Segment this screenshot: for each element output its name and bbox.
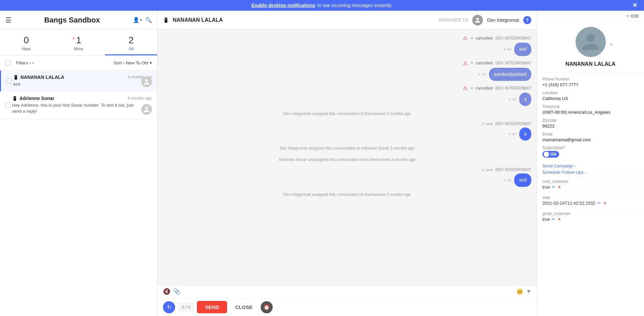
tab-row: 0 New 1 Mine 2 All <box>0 30 157 56</box>
schedule-followups-link[interactable]: Schedule Follow-Ups › <box>542 170 639 175</box>
tab-all[interactable]: 2 All <box>105 32 157 55</box>
message-group: ⚠ ✕ cancelled DEV INTEGROMAT + 🏷 <box>163 85 531 106</box>
plus-icon[interactable]: + <box>503 178 506 183</box>
message-bubble: aasdasdasdasd <box>489 68 531 81</box>
emoji-icon[interactable]: 😊 <box>517 288 523 295</box>
phone-label: Phone Number <box>542 77 639 82</box>
location-value: California US <box>542 96 639 101</box>
brand-name: Bangs Sandbox <box>15 16 129 24</box>
chat-area: 📱 NANANAN LALALA ASSIGNED TO Dev Integro… <box>158 11 537 316</box>
refresh-icon[interactable]: ↻ <box>163 301 175 313</box>
msg-status-sent: ✓ sent <box>482 168 493 172</box>
conv-contact-name: 📱 NANANAN LALALA <box>13 74 64 80</box>
timezone-label: Timezone <box>542 104 639 109</box>
field-delete-icon[interactable]: ✕ <box>557 185 561 190</box>
snooze-icon[interactable]: ⏰ <box>261 301 273 313</box>
filters-row: Filters › ▾ Sort › New To Old ▾ <box>0 56 157 70</box>
sort-label: Sort <box>114 60 122 65</box>
subscribed-toggle[interactable]: ON <box>542 151 559 158</box>
plus-icon[interactable]: + <box>508 97 511 102</box>
tag-icon[interactable]: 🏷 <box>482 72 486 77</box>
cancel-x-icon[interactable]: ✕ <box>470 61 474 65</box>
scroll-down-icon[interactable]: ▼ <box>526 288 531 295</box>
chat-header: 📱 NANANAN LALALA ASSIGNED TO Dev Integro… <box>158 11 537 30</box>
tab-mine[interactable]: 1 Mine <box>52 32 105 55</box>
field-value: true <box>542 217 550 222</box>
notif-text: to see incoming messages instantly. <box>317 3 392 8</box>
assigned-to-label: ASSIGNED TO <box>439 18 468 22</box>
conversation-item[interactable]: 📱 NANANAN LALALA 4 months ago asd <box>0 70 157 92</box>
tab-all-count: 2 <box>105 35 157 46</box>
msg-status-cancelled: ✕ cancelled <box>470 36 493 41</box>
edit-button[interactable]: ✏ Edit <box>626 13 639 18</box>
tag-icon[interactable]: 🏷 <box>512 131 517 137</box>
contact-card: › NANANAN LALALA <box>537 21 644 73</box>
field-delete-icon[interactable]: ✕ <box>557 217 561 222</box>
tab-new-count: 0 <box>0 35 52 46</box>
phone-value: +1 (310) 577-7777 <box>542 82 639 87</box>
search-icon[interactable]: 🔍 <box>145 17 152 23</box>
notif-link[interactable]: Enable desktop notifications <box>252 3 316 8</box>
field-edit-icon[interactable]: ✏ <box>597 201 601 206</box>
tag-icon[interactable]: 🏷 <box>507 47 512 52</box>
msg-tag-icons: + 🏷 <box>503 178 512 183</box>
filters-dropdown-icon: ▾ <box>32 61 34 65</box>
location-detail: Location California US <box>542 91 639 101</box>
sort-button[interactable]: Sort › New To Old ▾ <box>114 60 152 65</box>
filters-button[interactable]: Filters › ▾ <box>13 59 37 67</box>
mute-icon[interactable]: 🔇 <box>163 288 170 295</box>
cancel-x-icon[interactable]: ✕ <box>470 86 474 91</box>
zipcode-detail: Zipcode 99222 <box>542 118 639 128</box>
phone-detail: Phone Number +1 (310) 577-7777 <box>542 77 639 87</box>
expand-contact-icon[interactable]: › <box>610 41 612 48</box>
message-group: ⚠ ✕ cancelled DEV INTEGROMAT + 🏷 <box>163 60 531 81</box>
toggle-circle <box>544 152 549 157</box>
plus-icon[interactable]: + <box>478 72 481 77</box>
cancel-x-icon[interactable]: ✕ <box>470 36 474 41</box>
tag-icon[interactable]: 🏷 <box>507 178 512 183</box>
tab-mine-label: Mine <box>52 46 105 51</box>
conv-time: 4 months ago <box>127 96 152 101</box>
plus-icon[interactable]: + <box>508 131 511 137</box>
filters-chevron: › <box>29 60 31 65</box>
tab-new[interactable]: 0 New <box>0 32 52 55</box>
error-icon: ⚠ <box>463 60 468 66</box>
send-button[interactable]: SEND <box>197 301 227 313</box>
menu-icon[interactable]: ☰ <box>5 16 11 24</box>
toggle-on-label: ON <box>550 152 556 157</box>
msg-sender: DEV INTEGROMAT <box>495 121 531 126</box>
pencil-icon: ✏ <box>626 13 630 18</box>
message-bubble: a <box>519 127 531 141</box>
attachment-icon[interactable]: 📎 <box>173 288 180 295</box>
schedule-followups-arrow-icon: › <box>585 170 586 174</box>
system-message: Adrienne Sonar unassigned this conversat… <box>163 156 531 163</box>
field-edit-icon[interactable]: ✏ <box>552 217 555 222</box>
sort-separator: › <box>123 60 124 65</box>
mobile-icon: 📱 <box>12 96 17 101</box>
field-edit-icon[interactable]: ✏ <box>552 185 555 190</box>
close-button[interactable]: CLOSE <box>230 301 258 313</box>
msg-status-sent: ✓ sent <box>482 121 493 126</box>
msg-sender: DEV INTEGROMAT <box>495 167 531 172</box>
conversation-item[interactable]: 📱 Adrienne Sonar 4 months ago Hey Adrien… <box>0 92 157 119</box>
plus-icon[interactable]: + <box>503 47 506 52</box>
right-panel: ✏ Edit › NANANAN LALALA Phone N <box>537 11 644 316</box>
custom-field-date: date 2021-02-24T11:42:52.233Z ✏ ✕ <box>537 192 644 208</box>
send-campaign-link[interactable]: Send Campaign › <box>542 163 639 168</box>
field-delete-icon[interactable]: ✕ <box>603 201 607 206</box>
sort-dropdown-icon: ▾ <box>150 60 152 65</box>
field-name: great_customer <box>542 211 639 216</box>
conv-checkbox[interactable] <box>5 102 11 108</box>
message-bubble: asd <box>514 173 531 187</box>
add-user-icon[interactable]: 👤+ <box>133 17 143 23</box>
tag-icon[interactable]: 🏷 <box>512 97 517 102</box>
conversation-list: 📱 NANANAN LALALA 4 months ago asd 📱 Adri… <box>0 70 157 316</box>
contact-details: Phone Number +1 (310) 577-7777 Location … <box>537 73 644 162</box>
field-value: true <box>542 185 550 190</box>
sort-value: New To Old <box>126 60 148 65</box>
conv-checkbox[interactable] <box>6 78 12 84</box>
location-label: Location <box>542 91 639 95</box>
notif-close-icon[interactable]: ✕ <box>632 2 637 9</box>
select-all-checkbox[interactable] <box>5 60 11 66</box>
help-icon[interactable]: ? <box>523 16 531 24</box>
